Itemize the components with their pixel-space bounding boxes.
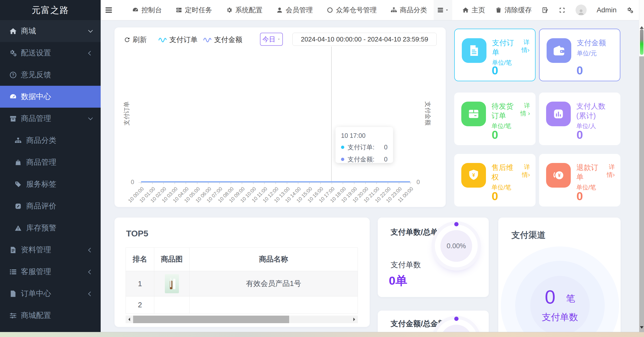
sitemap-icon: [391, 7, 397, 13]
refresh-button[interactable]: 刷新: [124, 35, 147, 45]
wallet-icon: [547, 38, 571, 63]
legend-pay-orders[interactable]: 支付订单: [158, 35, 198, 45]
x-axis-tick: [298, 183, 298, 184]
x-axis-tick: [309, 183, 310, 184]
detail-link[interactable]: 详情›: [517, 38, 529, 54]
stat-card-payer-count: 支付人数(累计) 单位/人 0: [539, 93, 620, 145]
vertical-scrollbar[interactable]: [639, 0, 644, 337]
menu-icon[interactable]: [104, 6, 113, 14]
user-name[interactable]: Admin: [597, 6, 617, 14]
nav-item-homepage[interactable]: 主页: [462, 6, 485, 15]
nav-item-clear-cache[interactable]: 清除缓存: [495, 6, 532, 15]
file-text-icon: [9, 246, 21, 254]
nav-item-system-config[interactable]: 系统配置: [226, 6, 262, 15]
top5-table: 排名 商品图 商品名称 1 有效会员产品1号 2: [126, 247, 358, 314]
dashboard-screen: 元富之路 商城 配送设置 意见反馈 数据中心 商品管理: [0, 0, 644, 337]
donut-marker-dot: [454, 317, 459, 321]
x-axis-tick: [388, 183, 388, 184]
chart-hover-line: [331, 47, 332, 182]
x-axis-tick: [276, 183, 276, 184]
name-cell: [190, 297, 358, 314]
sidebar-item-order-center[interactable]: 订单中心: [0, 283, 101, 305]
app-title: 元富之路: [0, 0, 101, 20]
table-row: 1 有效会员产品1号: [126, 271, 358, 297]
sliders-icon: [9, 312, 21, 319]
x-axis-tick: [219, 183, 220, 184]
stat-card-pending-shipment: 待发货订单详情 › 单位/笔 0: [454, 93, 536, 145]
sidebar-item-product-manage[interactable]: 商品管理: [0, 151, 101, 173]
period-select[interactable]: 今日: [260, 33, 283, 46]
nav-item-label: 控制台: [141, 6, 162, 15]
sidebar-item-label: 商城: [21, 26, 36, 36]
user-icon: [276, 7, 283, 13]
sidebar-item-customer-service[interactable]: 客服管理: [0, 261, 101, 283]
home-icon: [462, 7, 469, 13]
scroll-up-icon[interactable]: [640, 24, 644, 29]
caret-down-icon: [277, 37, 281, 41]
legend-pay-amount[interactable]: 支付金额: [203, 35, 242, 45]
gauge-value: 0单: [389, 273, 407, 289]
detail-link[interactable]: 详情 ›: [518, 102, 530, 117]
image-cell: [154, 271, 190, 297]
sidebar-item-label: 商品管理: [26, 157, 56, 167]
scrollbar-thumb[interactable]: [640, 29, 643, 55]
sidebar-item-material-management[interactable]: 资料管理: [0, 239, 101, 261]
x-axis-tick: [141, 183, 141, 184]
sidebar-item-mall-config[interactable]: 商城配置: [0, 305, 101, 326]
settings-gears-icon[interactable]: [627, 7, 633, 14]
scrollbar-track[interactable]: [639, 56, 644, 332]
nav-item-scheduled-tasks[interactable]: 定时任务: [176, 6, 212, 15]
sidebar-item-product-category[interactable]: 商品分类: [0, 130, 101, 151]
x-axis-tick: [343, 183, 343, 184]
navbar-right: 主页 清除缓存 Admin: [434, 0, 633, 20]
top5-panel: TOP5 排名 商品图 商品名称 1 有效会员产品1号 2: [115, 218, 370, 327]
language-icon[interactable]: [542, 7, 549, 14]
nav-item-label: 会员管理: [286, 6, 313, 15]
fullscreen-icon[interactable]: [559, 7, 565, 14]
scroll-down-icon[interactable]: [640, 326, 643, 330]
shopping-bag-icon: [15, 159, 26, 166]
nav-item-label: 定时任务: [185, 6, 212, 15]
date-range-input[interactable]: 2024-04-10 00:00:00 - 2024-04-10 23:59:5…: [292, 33, 437, 46]
table-scrollbar[interactable]: [126, 316, 358, 323]
detail-link[interactable]: 详情›: [602, 163, 615, 179]
pay-channel-panel: 支付渠道 0 笔 支付单数: [498, 218, 621, 337]
sidebar-item-feedback[interactable]: 意见反馈: [0, 64, 101, 86]
sidebar-item-data-center[interactable]: 数据中心: [0, 86, 101, 108]
horizontal-scrollbar[interactable]: [0, 332, 644, 337]
nav-item-crowdfunding[interactable]: 众筹仓号管理: [327, 6, 377, 15]
scroll-right-icon[interactable]: [351, 316, 358, 323]
list-dropdown-button[interactable]: [434, 0, 452, 20]
tag-icon: [15, 181, 26, 188]
nav-item-product-category[interactable]: 商品分类: [391, 6, 427, 15]
sidebar-item-service-tags[interactable]: 服务标签: [0, 173, 101, 195]
nav-item-label: 清除缓存: [505, 6, 532, 15]
sidebar-item-stock-warning[interactable]: 库存预警: [0, 217, 101, 239]
nav-item-label: 系统配置: [235, 6, 262, 15]
x-axis-tick: [399, 183, 399, 184]
sidebar-item-product-reviews[interactable]: 商品评价: [0, 195, 101, 217]
scrollbar-thumb[interactable]: [133, 316, 289, 323]
chevron-left-icon: [89, 294, 92, 296]
y-axis-tick: 0: [127, 179, 134, 186]
column-header: 排名: [126, 248, 154, 271]
avatar[interactable]: [576, 5, 587, 16]
y-axis-label-left: 支付订单: [123, 101, 131, 125]
nav-item-label: 主页: [472, 6, 485, 15]
chevron-left-icon: [89, 250, 92, 252]
sidebar-item-label: 配送设置: [21, 48, 51, 58]
nav-item-member-management[interactable]: 会员管理: [276, 6, 313, 15]
x-axis-tick: [175, 183, 175, 184]
sidebar-item-mall[interactable]: 商城: [0, 20, 101, 42]
sidebar-item-label: 客服管理: [21, 267, 51, 277]
wave-icon: [158, 36, 167, 43]
nav-item-console[interactable]: 控制台: [132, 6, 162, 15]
circle-icon: [327, 7, 333, 13]
wave-icon: [203, 36, 212, 43]
sidebar-item-delivery-settings[interactable]: 配送设置: [0, 42, 101, 64]
sidebar-item-product-management[interactable]: 商品管理: [0, 108, 101, 130]
detail-link[interactable]: 详情›: [517, 163, 530, 179]
legend-dot-blue: [341, 158, 344, 161]
scroll-left-icon[interactable]: [126, 316, 132, 323]
navbar-menu: 控制台 定时任务 系统配置 会员管理 众筹仓号管理 商品分类: [132, 6, 427, 15]
